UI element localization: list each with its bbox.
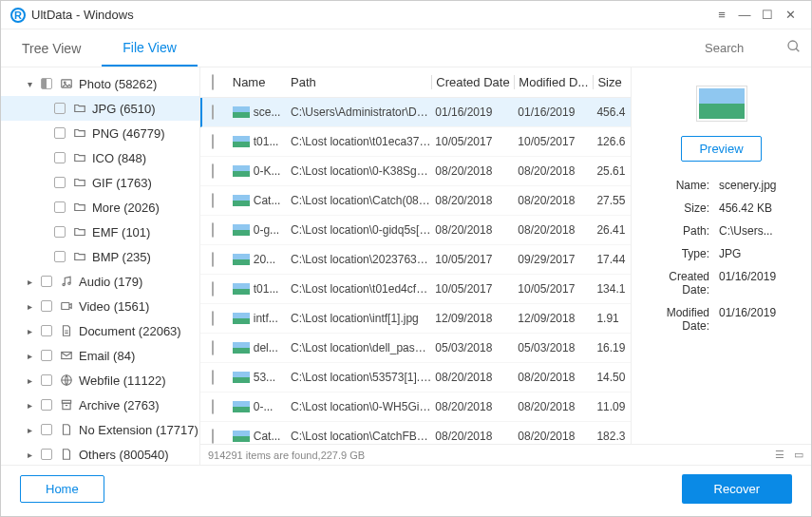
tab-file-view[interactable]: File View — [102, 29, 198, 67]
col-created-date[interactable]: Created Date — [431, 75, 514, 89]
file-cdate: 08/20/2018 — [431, 371, 514, 384]
sidebar-item[interactable]: ▸Document (22063) — [1, 318, 199, 343]
sidebar-item[interactable]: ▸Others (800540) — [1, 442, 199, 465]
recover-button[interactable]: Recover — [682, 474, 792, 504]
sidebar-item[interactable]: BMP (235) — [1, 244, 199, 269]
detail-name-label: Name: — [645, 179, 719, 192]
row-checkbox[interactable] — [212, 105, 214, 120]
sidebar-item[interactable]: ▸Email (84) — [1, 343, 199, 368]
web-icon — [60, 373, 73, 387]
table-row[interactable]: t01...C:\Lost location\t01eca376...10/05… — [200, 127, 631, 157]
search-box[interactable] — [705, 39, 802, 57]
table-row[interactable]: 20...C:\Lost location\202376301...10/05/… — [200, 245, 631, 275]
sidebar-item[interactable]: JPG (6510) — [1, 96, 199, 121]
search-input[interactable] — [705, 41, 781, 55]
file-mdate: 01/16/2019 — [514, 105, 593, 119]
table-row[interactable]: t01...C:\Lost location\t01ed4cf0...10/05… — [200, 275, 631, 304]
table-row[interactable]: sce...C:\Users\Administrator\De...01/16/… — [200, 98, 631, 127]
checkbox[interactable] — [41, 78, 52, 89]
row-checkbox[interactable] — [212, 222, 214, 238]
list-view-icon[interactable]: ☰ — [775, 449, 784, 461]
preview-thumbnail — [699, 88, 745, 119]
status-bar: 914291 items are found,227.9 GB ☰ ▭ — [200, 444, 811, 465]
checkbox[interactable] — [41, 350, 52, 361]
sidebar-item[interactable]: ▸Audio (179) — [1, 269, 199, 294]
folder-icon — [73, 126, 86, 140]
sidebar-item[interactable]: PNG (46779) — [1, 121, 199, 145]
detail-cdate-label: Created Date: — [645, 270, 719, 297]
checkbox[interactable] — [54, 201, 66, 213]
table-row[interactable]: 0-...C:\Lost location\0-WH5GiV[...08/20/… — [200, 393, 631, 422]
sidebar-item[interactable]: ▸Archive (2763) — [1, 393, 199, 417]
checkbox[interactable] — [54, 177, 66, 188]
table-row[interactable]: intf...C:\Lost location\intf[1].jpg12/09… — [200, 304, 631, 334]
row-checkbox[interactable] — [212, 281, 214, 297]
maximize-icon[interactable]: ☐ — [756, 4, 779, 27]
detail-mdate-label: Modified Date: — [645, 306, 719, 333]
row-checkbox[interactable] — [212, 429, 214, 444]
checkbox[interactable] — [41, 399, 52, 411]
sidebar-item[interactable]: ICO (848) — [1, 145, 199, 170]
col-size[interactable]: Size — [593, 75, 631, 89]
folder-icon — [73, 225, 86, 239]
select-all-checkbox[interactable] — [212, 74, 214, 90]
table-row[interactable]: 0-K...C:\Lost location\0-K38SgB[...08/20… — [200, 157, 631, 186]
checkbox[interactable] — [41, 449, 52, 460]
checkbox[interactable] — [54, 103, 66, 114]
table-row[interactable]: Cat...C:\Lost location\CatchFB24...08/20… — [200, 422, 631, 444]
home-button[interactable]: Home — [20, 475, 104, 503]
row-checkbox[interactable] — [212, 399, 214, 414]
footer: Home Recover — [1, 465, 811, 512]
checkbox[interactable] — [54, 152, 66, 163]
sidebar-item[interactable]: ▸Webfile (11122) — [1, 368, 199, 393]
sidebar-item[interactable]: ▸Video (1561) — [1, 294, 199, 318]
file-size: 182.3 — [593, 430, 631, 443]
row-checkbox[interactable] — [212, 252, 214, 267]
table-row[interactable]: 53...C:\Lost location\53573[1].jpg08/20/… — [200, 363, 631, 393]
folder-icon — [73, 250, 86, 263]
col-name[interactable]: Name — [233, 75, 291, 89]
file-size: 11.09 — [593, 400, 631, 413]
row-checkbox[interactable] — [212, 311, 214, 326]
row-checkbox[interactable] — [212, 163, 214, 179]
sidebar-item[interactable]: GIF (1763) — [1, 170, 199, 195]
close-icon[interactable]: ✕ — [779, 4, 802, 27]
row-checkbox[interactable] — [212, 193, 214, 208]
row-checkbox[interactable] — [212, 370, 214, 385]
col-path[interactable]: Path — [291, 75, 431, 89]
row-checkbox[interactable] — [212, 340, 214, 355]
file-name: 0-g... — [254, 223, 279, 237]
checkbox[interactable] — [41, 300, 52, 312]
search-icon[interactable] — [786, 39, 802, 57]
preview-button[interactable]: Preview — [681, 136, 761, 162]
sidebar-item[interactable]: ▾Photo (58262) — [1, 71, 199, 96]
checkbox[interactable] — [41, 424, 52, 435]
file-cdate: 10/05/2017 — [431, 253, 514, 266]
file-size: 27.55 — [593, 194, 631, 207]
checkbox[interactable] — [54, 251, 66, 262]
grid-view-icon[interactable]: ▭ — [794, 449, 803, 461]
svg-rect-6 — [62, 303, 69, 310]
sidebar-item-label: ICO (848) — [92, 151, 146, 165]
table-row[interactable]: 0-g...C:\Lost location\0-gidq5s[1...08/2… — [200, 216, 631, 245]
table-row[interactable]: del...C:\Lost location\dell_passw...05/0… — [200, 334, 631, 363]
table-row[interactable]: Cat...C:\Lost location\Catch(08-...08/20… — [200, 186, 631, 216]
file-cdate: 10/05/2017 — [431, 282, 514, 296]
col-modified-date[interactable]: Modified D... — [514, 75, 593, 89]
caret-icon: ▸ — [28, 351, 35, 361]
checkbox[interactable] — [41, 276, 52, 287]
checkbox[interactable] — [54, 226, 66, 238]
row-checkbox[interactable] — [212, 134, 214, 149]
file-cdate: 12/09/2018 — [431, 312, 514, 325]
checkbox[interactable] — [41, 325, 52, 336]
sidebar-item[interactable]: More (2026) — [1, 195, 199, 220]
hamburger-icon[interactable]: ≡ — [710, 4, 733, 27]
file-cdate: 08/20/2018 — [431, 223, 514, 237]
checkbox[interactable] — [54, 127, 66, 139]
sidebar-item[interactable]: EMF (101) — [1, 220, 199, 244]
file-thumb-icon — [233, 224, 250, 236]
checkbox[interactable] — [41, 374, 52, 386]
sidebar-item[interactable]: ▸No Extension (17717) — [1, 417, 199, 442]
minimize-icon[interactable]: — — [733, 4, 756, 27]
tab-tree-view[interactable]: Tree View — [1, 29, 102, 67]
